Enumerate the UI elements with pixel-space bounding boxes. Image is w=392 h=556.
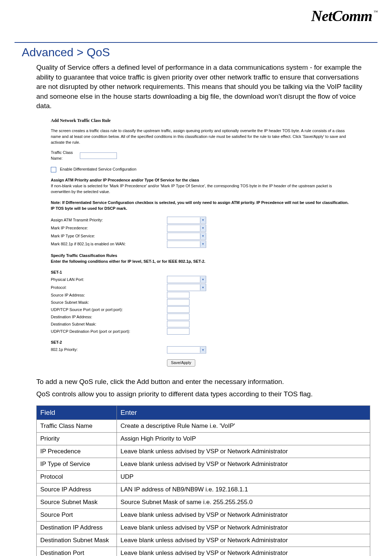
form-title: Add Network Traffic Class Rule	[51, 118, 352, 124]
dst-ip-input[interactable]	[167, 314, 189, 320]
mark-ip-precedence-select[interactable]: ▾	[167, 225, 206, 232]
8021p-priority-select[interactable]: ▾	[167, 346, 206, 353]
table-cell-field: Source Subnet Mask	[37, 496, 117, 509]
header-logo-row: NetComm ™	[15, 7, 377, 28]
8021p-priority-label: 802.1p Priority:	[51, 347, 167, 353]
table-cell-enter: Assign High Priority to VoIP	[117, 433, 370, 445]
instruction-text-2: QoS controls allow you to assign priorit…	[36, 389, 370, 399]
qos-form-screenshot: Add Network Traffic Class Rule The scree…	[51, 118, 352, 367]
table-cell-field: Source Port	[37, 509, 117, 522]
protocol-label: Protocol:	[51, 285, 167, 291]
table-header-enter: Enter	[117, 406, 370, 420]
dst-ip-label: Destination IP Address:	[51, 314, 167, 320]
table-cell-field: IP Precedence	[37, 445, 117, 458]
table-cell-enter: Leave blank unless advised by VSP or Net…	[117, 547, 370, 556]
classification-rules-header: Specify Traffic Classification Rules	[51, 253, 352, 259]
form-description: The screen creates a traffic class rule …	[51, 128, 352, 146]
assign-priority-note: If non-blank value is selected for 'Mark…	[51, 183, 352, 195]
atm-priority-label: Assign ATM Transmit Priority:	[51, 217, 167, 223]
traffic-class-name-label: Traffic Class Name:	[51, 150, 80, 162]
table-cell-field: Destination Subnet Mask	[37, 534, 117, 547]
udp-dst-label: UDP/TCP Destination Port (port or port:p…	[51, 329, 167, 335]
table-cell-enter: Source Subnet Mask of same i.e. 255.255.…	[117, 496, 370, 509]
table-cell-field: Destination Port	[37, 547, 117, 556]
table-row: Traffic Class NameCreate a descriptive R…	[37, 420, 370, 433]
chevron-down-icon: ▾	[200, 217, 206, 223]
page-title: Advanced > QoS	[22, 46, 377, 59]
table-row: Destination Subnet MaskLeave blank unles…	[37, 534, 370, 547]
table-cell-enter: Leave blank unless advised by VSP or Net…	[117, 509, 370, 522]
table-row: Source Subnet MaskSource Subnet Mask of …	[37, 496, 370, 509]
dst-mask-input[interactable]	[167, 321, 189, 327]
table-row: PriorityAssign High Priority to VoIP	[37, 433, 370, 445]
table-cell-field: Priority	[37, 433, 117, 445]
table-row: ProtocolUDP	[37, 471, 370, 483]
table-cell-enter: UDP	[117, 471, 370, 483]
chevron-down-icon: ▾	[200, 241, 206, 247]
save-apply-button[interactable]: Save/Apply	[167, 359, 195, 367]
protocol-select[interactable]: ▾	[167, 284, 206, 291]
table-header-field: Field	[37, 406, 117, 420]
instruction-text-1: To add a new QoS rule, click the Add but…	[36, 377, 370, 387]
mark-ip-tos-select[interactable]: ▾	[167, 233, 206, 240]
table-row: Source PortLeave blank unless advised by…	[37, 509, 370, 522]
enable-dsc-checkbox[interactable]	[51, 167, 56, 172]
udp-dst-input[interactable]	[167, 328, 189, 335]
mark-8021p-select[interactable]: ▾	[167, 241, 206, 248]
lan-port-label: Physical LAN Port:	[51, 277, 167, 283]
table-cell-enter: Create a descriptive Rule Name i.e. 'VoI…	[117, 420, 370, 433]
table-row: IP PrecedenceLeave blank unless advised …	[37, 445, 370, 458]
chevron-down-icon: ▾	[200, 285, 206, 290]
src-ip-input[interactable]	[167, 292, 189, 298]
brand-text: NetComm	[311, 7, 372, 25]
header-divider	[15, 42, 377, 43]
mark-ip-precedence-label: Mark IP Precedence:	[51, 225, 167, 231]
chevron-down-icon: ▾	[200, 347, 206, 353]
field-description-table: Field Enter Traffic Class NameCreate a d…	[36, 405, 370, 556]
brand-logo: NetComm ™	[311, 7, 377, 25]
table-cell-enter: Leave blank unless advised by VSP or Net…	[117, 534, 370, 547]
table-row: Destination PortLeave blank unless advis…	[37, 547, 370, 556]
differentiated-service-note: Note: If Differentiated Service Configur…	[51, 200, 352, 212]
lan-port-select[interactable]: ▾	[167, 276, 206, 283]
enable-dsc-label: Enable Differentiated Service Configurat…	[60, 167, 136, 172]
udp-src-label: UDP/TCP Source Port (port or port:port):	[51, 307, 167, 313]
udp-src-input[interactable]	[167, 306, 189, 313]
assign-priority-header: Assign ATM Priority and/or IP Precedence…	[51, 177, 352, 183]
src-ip-label: Source IP Address:	[51, 293, 167, 298]
table-cell-enter: LAN IP address of NB9/NB9W i.e. 192.168.…	[117, 483, 370, 496]
atm-priority-select[interactable]: ▾	[167, 217, 206, 224]
trademark-symbol: ™	[373, 9, 377, 15]
table-cell-field: Traffic Class Name	[37, 420, 117, 433]
table-cell-field: Protocol	[37, 471, 117, 483]
set-2-header: SET-2	[51, 340, 352, 346]
classification-rules-sub: Enter the following conditions either fo…	[51, 259, 352, 265]
table-row: IP Type of ServiceLeave blank unless adv…	[37, 458, 370, 471]
intro-paragraph: Quality of Service offers a defined leve…	[36, 63, 370, 111]
traffic-class-name-input[interactable]	[80, 152, 117, 159]
mark-ip-tos-label: Mark IP Type Of Service:	[51, 233, 167, 239]
set-1-header: SET-1	[51, 270, 352, 275]
table-cell-field: Source IP Address	[37, 483, 117, 496]
chevron-down-icon: ▾	[200, 225, 206, 231]
mark-8021p-label: Mark 802.1p if 802.1q is enabled on WAN:	[51, 241, 167, 247]
chevron-down-icon: ▾	[200, 233, 206, 239]
table-cell-enter: Leave blank unless advised by VSP or Net…	[117, 522, 370, 534]
table-cell-enter: Leave blank unless advised by VSP or Net…	[117, 458, 370, 471]
table-row: Destination IP AddressLeave blank unless…	[37, 522, 370, 534]
table-cell-field: Destination IP Address	[37, 522, 117, 534]
src-mask-label: Source Subnet Mask:	[51, 300, 167, 306]
table-cell-field: IP Type of Service	[37, 458, 117, 471]
src-mask-input[interactable]	[167, 299, 189, 306]
table-cell-enter: Leave blank unless advised by VSP or Net…	[117, 445, 370, 458]
chevron-down-icon: ▾	[200, 277, 206, 282]
table-row: Source IP AddressLAN IP address of NB9/N…	[37, 483, 370, 496]
dst-mask-label: Destination Subnet Mask:	[51, 322, 167, 327]
